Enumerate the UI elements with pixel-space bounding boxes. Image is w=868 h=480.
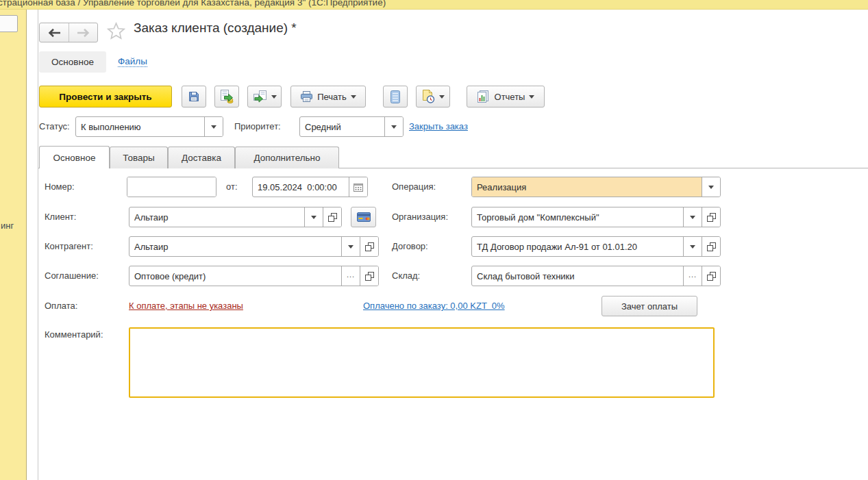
open-icon [365, 272, 374, 281]
chevron-down-icon [391, 125, 397, 129]
organization-value: Торговый дом "Комплексный" [472, 207, 683, 227]
counterparty-label: Контрагент: [45, 241, 93, 251]
sections-sidebar: инг [0, 10, 27, 480]
order-form-window: Заказ клиента (создание) * Основное Файл… [38, 10, 868, 480]
history-nav-group [39, 23, 98, 42]
chevron-down-icon [439, 95, 445, 99]
warehouse-label: Склад: [392, 270, 420, 281]
tab-main[interactable]: Основное [39, 146, 110, 168]
counterparty-field[interactable]: Альтаир [129, 236, 379, 257]
close-order-link[interactable]: Закрыть заказ [409, 121, 468, 131]
register-records-button[interactable] [383, 86, 408, 108]
agreement-choose-button[interactable]: ... [341, 266, 360, 286]
deadlines-button[interactable] [416, 86, 450, 108]
chevron-down-icon [690, 245, 695, 249]
reports-button[interactable]: Отчеты [467, 86, 545, 108]
agreement-field[interactable]: Оптовое (кредит) ... [129, 266, 379, 286]
chevron-down-icon [271, 95, 277, 99]
priority-dropdown-button[interactable] [384, 117, 403, 136]
calendar-icon [354, 183, 363, 192]
reports-label: Отчеты [495, 92, 525, 102]
operation-label: Операция: [392, 181, 436, 192]
save-icon [188, 90, 200, 103]
client-card-button[interactable] [351, 207, 376, 227]
client-open-button[interactable] [323, 207, 341, 227]
status-dropdown-button[interactable] [204, 117, 223, 136]
open-icon [707, 242, 716, 251]
agreement-open-button[interactable] [360, 266, 378, 286]
client-field[interactable]: Альтаир [129, 207, 342, 227]
number-input[interactable] [127, 177, 216, 197]
create-based-on-icon [253, 90, 267, 103]
date-calendar-button[interactable] [349, 177, 367, 197]
chevron-down-icon [211, 125, 216, 129]
print-icon [300, 90, 313, 103]
post-document-icon [220, 90, 234, 103]
organization-label: Организация: [392, 212, 448, 222]
date-label: от: [226, 181, 238, 192]
open-icon [707, 272, 716, 281]
print-label: Печать [317, 92, 347, 102]
client-dropdown-button[interactable] [304, 207, 323, 227]
open-icon [707, 213, 716, 222]
post-document-button[interactable] [214, 86, 239, 108]
forward-arrow-icon [76, 28, 91, 38]
forward-button[interactable] [69, 23, 97, 42]
payment-card-icon [357, 212, 371, 222]
payment-paid-link[interactable]: Оплачено по заказу: 0,00 KZT 0% [363, 301, 505, 311]
sidebar-partial-button[interactable] [0, 15, 18, 32]
create-based-on-button[interactable] [247, 86, 282, 108]
back-button[interactable] [40, 23, 69, 42]
tab-goods[interactable]: Товары [110, 147, 168, 168]
number-field[interactable] [127, 177, 216, 197]
contract-field[interactable]: ТД Договор продажи Ал-91 от 01.01.20 [471, 236, 721, 257]
warehouse-value: Склад бытовой техники [472, 266, 683, 286]
chevron-down-icon [311, 216, 317, 219]
agreement-label: Соглашение: [45, 270, 99, 281]
post-and-close-button[interactable]: Провести и закрыть [39, 86, 172, 108]
favorite-star-icon[interactable] [107, 22, 125, 42]
warehouse-open-button[interactable] [702, 266, 720, 286]
tab-additional[interactable]: Дополнительно [235, 147, 339, 168]
counterparty-open-button[interactable] [360, 237, 378, 256]
contract-open-button[interactable] [702, 237, 720, 256]
client-value: Альтаир [129, 207, 304, 227]
status-select[interactable]: К выполнению [75, 116, 223, 137]
number-label: Номер: [45, 181, 75, 192]
operation-value: Реализация [472, 177, 702, 197]
sidebar-clipped-label: инг [1, 220, 14, 231]
priority-value: Средний [300, 117, 384, 136]
counterparty-value: Альтаир [129, 237, 341, 256]
reports-chart-icon [477, 90, 491, 103]
comment-input[interactable] [129, 327, 715, 398]
counterparty-dropdown-button[interactable] [341, 237, 360, 256]
organization-field[interactable]: Торговый дом "Комплексный" [471, 207, 721, 227]
contract-label: Договор: [392, 241, 428, 251]
save-button[interactable] [182, 86, 206, 108]
register-records-icon [390, 90, 401, 103]
warehouse-field[interactable]: Склад бытовой техники ... [471, 266, 721, 286]
warehouse-choose-button[interactable]: ... [683, 266, 702, 286]
payment-due-link[interactable]: К оплате, этапы не указаны [129, 301, 243, 311]
operation-select[interactable]: Реализация [471, 177, 721, 197]
priority-label: Приоритет: [234, 121, 281, 131]
chevron-down-icon [690, 216, 695, 219]
tab-delivery[interactable]: Доставка [168, 147, 235, 168]
chevron-down-icon [529, 95, 534, 99]
back-arrow-icon [47, 28, 62, 38]
header-tab-main[interactable]: Основное [39, 51, 106, 73]
payment-offset-button[interactable]: Зачет оплаты [602, 296, 697, 316]
operation-dropdown-button[interactable] [702, 177, 720, 197]
contract-dropdown-button[interactable] [683, 237, 702, 256]
chevron-down-icon [348, 245, 354, 249]
header-tab-files[interactable]: Файлы [118, 56, 147, 67]
comment-label: Комментарий: [45, 329, 103, 340]
organization-open-button[interactable] [702, 207, 720, 227]
app-title-bar: страционная база / Управление торговлей … [0, 0, 868, 10]
print-button[interactable]: Печать [290, 86, 366, 108]
priority-select[interactable]: Средний [299, 116, 404, 137]
date-field[interactable]: 19.05.2024 0:00:00 [252, 177, 368, 197]
payment-label: Оплата: [45, 301, 77, 311]
organization-dropdown-button[interactable] [683, 207, 702, 227]
date-value: 19.05.2024 0:00:00 [253, 177, 349, 197]
